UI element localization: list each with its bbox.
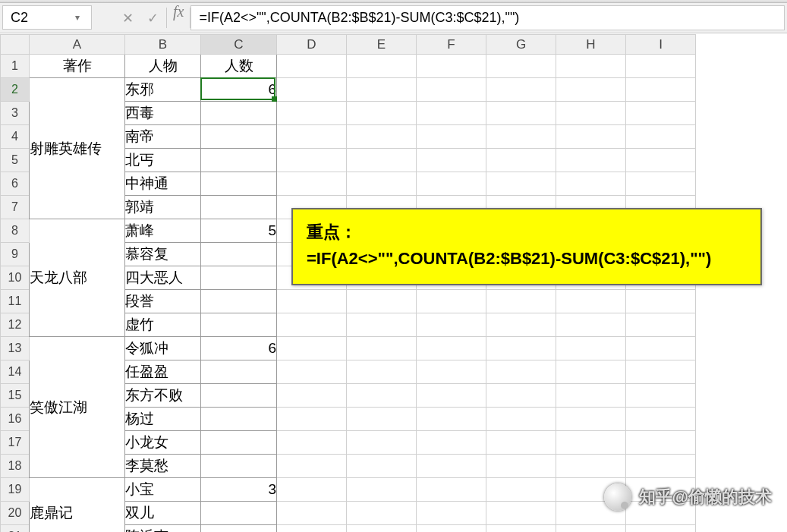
row-head-11[interactable]: 11	[1, 290, 30, 313]
cell-B8[interactable]: 萧峰	[125, 219, 201, 243]
cell-G6[interactable]	[486, 172, 556, 196]
cell-I21[interactable]	[626, 525, 696, 533]
cell-H20[interactable]	[556, 502, 626, 525]
cell-E13[interactable]	[347, 337, 417, 360]
row-head-12[interactable]: 12	[1, 313, 30, 337]
cell-C7[interactable]	[201, 196, 277, 219]
cell-E15[interactable]	[347, 384, 417, 408]
cell-F1[interactable]	[417, 55, 486, 78]
cell-D11[interactable]	[277, 290, 347, 313]
name-box-input[interactable]	[3, 10, 70, 26]
cell-B21[interactable]: 陈近南	[125, 525, 201, 533]
cell-H2[interactable]	[556, 78, 626, 102]
row-head-10[interactable]: 10	[1, 266, 30, 290]
cell-H11[interactable]	[556, 290, 626, 313]
cell-C21[interactable]	[201, 525, 277, 533]
select-all-corner[interactable]	[1, 35, 30, 55]
cell-F3[interactable]	[417, 102, 486, 125]
cell-G5[interactable]	[486, 149, 556, 172]
cell-B15[interactable]: 东方不败	[125, 384, 201, 408]
row-head-15[interactable]: 15	[1, 384, 30, 408]
cell-E3[interactable]	[347, 102, 417, 125]
cell-B10[interactable]: 四大恶人	[125, 266, 201, 290]
cell-G1[interactable]	[486, 55, 556, 78]
cell-F2[interactable]	[417, 78, 486, 102]
cell-G2[interactable]	[486, 78, 556, 102]
cell-I16[interactable]	[626, 408, 696, 431]
col-head-A[interactable]: A	[30, 35, 125, 55]
cell-I20[interactable]	[626, 502, 696, 525]
cell-G15[interactable]	[486, 384, 556, 408]
cell-E12[interactable]	[347, 313, 417, 337]
cell-H13[interactable]	[556, 337, 626, 360]
name-box[interactable]: ▾	[2, 5, 92, 30]
cell-I3[interactable]	[626, 102, 696, 125]
cell-G14[interactable]	[486, 360, 556, 384]
col-head-H[interactable]: H	[556, 35, 626, 55]
cell-B4[interactable]: 南帝	[125, 125, 201, 149]
row-head-4[interactable]: 4	[1, 125, 30, 149]
cell-C16[interactable]	[201, 408, 277, 431]
cell-B5[interactable]: 北丐	[125, 149, 201, 172]
cell-G3[interactable]	[486, 102, 556, 125]
cell-B14[interactable]: 任盈盈	[125, 360, 201, 384]
cell-H6[interactable]	[556, 172, 626, 196]
cell-I1[interactable]	[626, 55, 696, 78]
cell-H1[interactable]	[556, 55, 626, 78]
row-head-5[interactable]: 5	[1, 149, 30, 172]
row-head-14[interactable]: 14	[1, 360, 30, 384]
cell-I2[interactable]	[626, 78, 696, 102]
cell-G12[interactable]	[486, 313, 556, 337]
cell-I12[interactable]	[626, 313, 696, 337]
row-head-18[interactable]: 18	[1, 455, 30, 478]
col-head-E[interactable]: E	[347, 35, 417, 55]
cell-B7[interactable]: 郭靖	[125, 196, 201, 219]
cell-H21[interactable]	[556, 525, 626, 533]
cell-C1[interactable]: 人数	[201, 55, 277, 78]
col-head-D[interactable]: D	[277, 35, 347, 55]
cell-D14[interactable]	[277, 360, 347, 384]
cell-C2[interactable]: 6	[201, 78, 277, 102]
cell-A13[interactable]: 笑傲江湖	[30, 337, 125, 478]
cell-B11[interactable]: 段誉	[125, 290, 201, 313]
cell-D3[interactable]	[277, 102, 347, 125]
cell-E18[interactable]	[347, 455, 417, 478]
row-head-9[interactable]: 9	[1, 243, 30, 266]
cell-F11[interactable]	[417, 290, 486, 313]
cell-C3[interactable]	[201, 102, 277, 125]
cell-H15[interactable]	[556, 384, 626, 408]
cell-G19[interactable]	[486, 478, 556, 502]
cell-D2[interactable]	[277, 78, 347, 102]
cell-C5[interactable]	[201, 149, 277, 172]
cell-A19[interactable]: 鹿鼎记	[30, 478, 125, 533]
cell-I18[interactable]	[626, 455, 696, 478]
cell-I17[interactable]	[626, 431, 696, 455]
row-head-6[interactable]: 6	[1, 172, 30, 196]
cell-B12[interactable]: 虚竹	[125, 313, 201, 337]
cell-G20[interactable]	[486, 502, 556, 525]
cell-G17[interactable]	[486, 431, 556, 455]
col-head-C[interactable]: C	[201, 35, 277, 55]
cell-F13[interactable]	[417, 337, 486, 360]
name-box-dropdown-icon[interactable]: ▾	[70, 12, 85, 23]
cell-H14[interactable]	[556, 360, 626, 384]
cell-C13[interactable]: 6	[201, 337, 277, 360]
row-head-7[interactable]: 7	[1, 196, 30, 219]
row-head-8[interactable]: 8	[1, 219, 30, 243]
cell-E21[interactable]	[347, 525, 417, 533]
cell-D6[interactable]	[277, 172, 347, 196]
cell-B2[interactable]: 东邪	[125, 78, 201, 102]
cell-H5[interactable]	[556, 149, 626, 172]
worksheet[interactable]: ABCDEFGHI1著作人物人数2射雕英雄传东邪63西毒4南帝5北丐6中神通7郭…	[0, 34, 787, 532]
cell-H19[interactable]	[556, 478, 626, 502]
cell-H12[interactable]	[556, 313, 626, 337]
cell-F15[interactable]	[417, 384, 486, 408]
cell-D1[interactable]	[277, 55, 347, 78]
col-head-G[interactable]: G	[486, 35, 556, 55]
cell-I15[interactable]	[626, 384, 696, 408]
cell-C10[interactable]	[201, 266, 277, 290]
cell-D21[interactable]	[277, 525, 347, 533]
formula-input[interactable]: =IF(A2<>"",COUNTA(B2:$B$21)-SUM(C3:$C$21…	[190, 5, 785, 30]
cell-I5[interactable]	[626, 149, 696, 172]
cell-E14[interactable]	[347, 360, 417, 384]
